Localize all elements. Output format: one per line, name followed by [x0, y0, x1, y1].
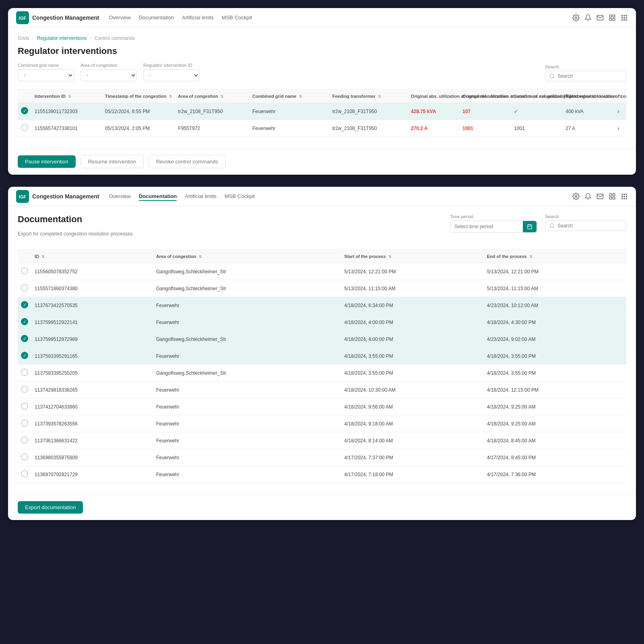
svg-point-30 — [626, 196, 627, 196]
page-subtitle-2: Export for completed congestion resoluti… — [18, 231, 442, 237]
doc-cell-start-6: 4/18/2024, 3:55:00 PM — [341, 365, 483, 382]
row-arrow-1[interactable]: › — [617, 125, 619, 132]
sort-doc-start[interactable]: ⇅ — [388, 255, 392, 259]
cell-arrow-0[interactable]: › — [614, 103, 626, 120]
resume-intervention-button[interactable]: Resume intervention — [80, 155, 144, 168]
time-period-input[interactable] — [450, 221, 523, 232]
th-orig-abs: Original abs. utilization at congestion … — [408, 90, 459, 103]
th-doc-id: ID ⇅ — [31, 250, 153, 263]
checkbox-0[interactable] — [21, 107, 28, 114]
doc-checkbox-8[interactable] — [21, 402, 28, 410]
mail-icon-2[interactable] — [597, 193, 604, 200]
mail-icon[interactable] — [597, 14, 604, 21]
cell-area-1: F955T972 — [175, 120, 249, 137]
bell-icon[interactable] — [584, 14, 592, 21]
doc-row-check-9[interactable] — [18, 415, 31, 432]
doc-checkbox-0[interactable] — [21, 267, 28, 275]
bottom-bar-1: Pause intervention Resume intervention R… — [8, 148, 636, 175]
breadcrumb-control[interactable]: Control commands — [95, 35, 135, 41]
grid-icon[interactable] — [609, 14, 616, 21]
doc-checkbox-9[interactable] — [21, 419, 28, 427]
sort-intervention-id[interactable]: ⇅ — [68, 95, 71, 99]
nav-documentation-2[interactable]: Documentation — [139, 192, 177, 201]
doc-row-check-2[interactable] — [18, 297, 31, 314]
search-input-2[interactable] — [557, 223, 622, 229]
doc-cell-id-0: 1155605078352752 — [31, 263, 153, 280]
row-check-1[interactable] — [18, 120, 31, 137]
revoke-control-commands-button[interactable]: Revoke control commands — [149, 155, 226, 168]
sort-area[interactable]: ⇅ — [221, 95, 224, 99]
filters-row-1: Combined grid name - Area of congestion … — [18, 63, 626, 81]
th-timestamp: Timestamp of the congestion ⇅ — [102, 90, 175, 103]
sort-doc-end[interactable]: ⇅ — [529, 255, 533, 259]
nav-artificial-limits-1[interactable]: Artificial limits — [182, 13, 214, 22]
doc-row-check-0[interactable] — [18, 263, 31, 280]
doc-row-check-1[interactable] — [18, 280, 31, 297]
doc-row-check-11[interactable] — [18, 449, 31, 466]
table-row: 1136980355875809 Feuerwehr 4/17/2024, 7:… — [18, 449, 626, 466]
doc-checkbox-6[interactable] — [21, 369, 28, 376]
doc-checkbox-11[interactable] — [21, 453, 28, 460]
grid-icon-2[interactable] — [609, 193, 616, 200]
intervention-id-select[interactable]: - — [143, 69, 200, 81]
table-1: Intervention ID ⇅ Timestamp of the conge… — [18, 89, 626, 137]
sort-doc-area[interactable]: ⇅ — [199, 255, 202, 259]
sort-feeding[interactable]: ⇅ — [378, 95, 381, 99]
row-check-0[interactable] — [18, 103, 31, 120]
nav-documentation-1[interactable]: Documentation — [139, 13, 174, 22]
cell-feeding-1: tr2w_2108_F31T950 — [329, 120, 408, 137]
doc-checkbox-1[interactable] — [21, 284, 28, 291]
breadcrumb-grids[interactable]: Grids — [18, 35, 29, 41]
sort-timestamp[interactable]: ⇅ — [169, 95, 172, 99]
svg-rect-4 — [613, 15, 615, 17]
settings-icon-2[interactable] — [572, 193, 580, 200]
doc-cell-start-7: 4/18/2024, 10:30:00 AM — [341, 382, 483, 398]
apps-icon[interactable] — [621, 14, 628, 21]
search-input-1[interactable] — [557, 73, 622, 79]
doc-row-check-6[interactable] — [18, 365, 31, 382]
doc-row-check-10[interactable] — [18, 432, 31, 449]
doc-checkbox-2[interactable] — [21, 301, 28, 308]
doc-checkbox-12[interactable] — [21, 470, 28, 477]
pause-intervention-button[interactable]: Pause intervention — [18, 155, 76, 168]
area-select[interactable]: - — [80, 69, 137, 81]
export-documentation-button[interactable]: Export documentation — [18, 501, 83, 514]
svg-point-10 — [622, 17, 623, 18]
nav-overview-2[interactable]: Overview — [109, 192, 130, 201]
th-check-doc — [18, 250, 31, 263]
cell-rated-0: 400 kVA — [562, 103, 614, 120]
settings-icon[interactable] — [572, 14, 580, 21]
doc-checkbox-7[interactable] — [21, 386, 28, 393]
combined-grid-select[interactable]: - — [18, 69, 74, 81]
time-period-calendar-button[interactable] — [523, 221, 537, 232]
doc-checkbox-10[interactable] — [21, 436, 28, 444]
doc-row-check-7[interactable] — [18, 382, 31, 398]
doc-row-check-8[interactable] — [18, 398, 31, 415]
cell-arrow-1[interactable]: › — [614, 120, 626, 137]
navbar-2: IGF Congestion Management Overview Docum… — [8, 187, 636, 206]
sort-combined-grid[interactable]: ⇅ — [299, 95, 302, 99]
cell-rated-1: 27 A — [562, 120, 614, 137]
svg-point-27 — [626, 194, 627, 194]
breadcrumb-regulator[interactable]: Regulator interventions — [37, 35, 87, 41]
doc-row-check-3[interactable] — [18, 314, 31, 331]
doc-row-check-4[interactable] — [18, 331, 31, 348]
doc-checkbox-3[interactable] — [21, 318, 28, 325]
checkbox-1[interactable] — [21, 124, 28, 131]
apps-icon-2[interactable] — [621, 193, 628, 200]
doc-checkbox-5[interactable] — [21, 352, 28, 359]
doc-row-check-5[interactable] — [18, 348, 31, 365]
doc-row-check-12[interactable] — [18, 466, 31, 483]
nav-overview-1[interactable]: Overview — [109, 13, 130, 22]
doc-cell-id-1: 1155571860374380 — [31, 280, 153, 297]
svg-text:IGF: IGF — [19, 194, 27, 199]
sort-doc-id[interactable]: ⇅ — [41, 255, 45, 259]
doc-checkbox-4[interactable] — [21, 335, 28, 342]
nav-msb-cockpit-2[interactable]: MSB Cockpit — [225, 192, 255, 201]
row-arrow-0[interactable]: › — [617, 108, 619, 115]
bell-icon-2[interactable] — [584, 193, 592, 200]
page-content-2: Documentation Export for completed conge… — [8, 206, 636, 491]
nav-msb-cockpit-1[interactable]: MSB Cockpit — [222, 13, 252, 22]
search-box-1: Search — [545, 64, 626, 81]
nav-artificial-limits-2[interactable]: Artificial limits — [185, 192, 217, 201]
